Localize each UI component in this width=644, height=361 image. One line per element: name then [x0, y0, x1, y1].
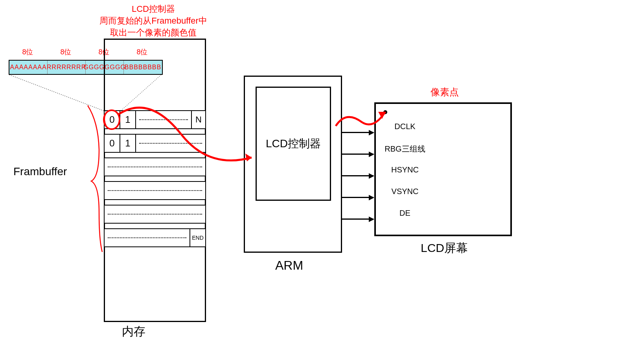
lcd-controller-text: LCD控制器 — [266, 136, 321, 151]
arrow-head-icon — [369, 152, 374, 157]
arrow-line-icon — [342, 218, 374, 220]
title-line1: LCD控制器 — [90, 3, 216, 15]
fb-cell-n: N — [191, 111, 205, 128]
fb-dots-icon — [108, 214, 202, 215]
arrow-line-icon — [342, 154, 374, 155]
signal-vsync — [342, 197, 374, 198]
signal-de — [342, 218, 374, 220]
framebuffer-label: Frambuffer — [13, 165, 67, 178]
lcd-controller-description: LCD控制器 周而复始的从Framebuffer中 取出一个像素的颜色值 — [90, 3, 216, 39]
arrow-line-icon — [342, 175, 374, 176]
fb-dots-icon — [139, 143, 202, 144]
fb-dots-icon — [139, 119, 188, 120]
framebuffer-row-4 — [104, 205, 206, 224]
arm-label: ARM — [275, 258, 303, 273]
framebuffer-row-2 — [104, 157, 206, 176]
fb-cell-1b: 1 — [120, 135, 136, 152]
bits-label-a: 8位 — [9, 47, 47, 57]
fb-dots-icon — [108, 237, 186, 238]
svg-line-0 — [9, 75, 109, 113]
fb-cell-0: 0 — [105, 111, 120, 128]
pixel-label: 像素点 — [431, 86, 459, 98]
lcd-controller-box: LCD控制器 — [256, 87, 331, 201]
byte-red: RRRRRRRR — [48, 61, 86, 74]
memory-box — [104, 39, 206, 322]
fb-cell-0b: 0 — [105, 135, 120, 152]
byte-alpha: AAAAAAAA — [9, 61, 48, 74]
lcd-screen-box — [374, 102, 512, 236]
memory-label: 内存 — [122, 324, 145, 340]
framebuffer-row-0: 0 1 N — [104, 110, 206, 129]
arrow-head-icon — [369, 130, 374, 135]
arrow-head-icon — [369, 195, 374, 200]
signal-hsync — [342, 175, 374, 176]
signal-dclk — [342, 132, 374, 133]
fb-dots-icon — [108, 190, 202, 191]
signal-rgb — [342, 154, 374, 155]
fb-dots-icon — [108, 167, 202, 167]
pixel-dot-icon — [383, 110, 387, 114]
bits-label-r: 8位 — [47, 47, 85, 57]
framebuffer-row-1: 0 1 — [104, 134, 206, 153]
lcd-screen-label: LCD屏幕 — [421, 240, 468, 256]
arrow-head-icon — [369, 173, 374, 179]
title-line3: 取出一个像素的颜色值 — [90, 27, 216, 39]
fb-end-cell: END — [190, 229, 205, 246]
framebuffer-row-end: END — [104, 228, 206, 247]
arrow-head-icon — [369, 217, 374, 222]
arrow-line-icon — [342, 197, 374, 198]
fb-cell-1: 1 — [120, 111, 136, 128]
arrow-line-icon — [342, 132, 374, 133]
framebuffer-row-3 — [104, 181, 206, 200]
title-line2: 周而复始的从Framebuffer中 — [90, 15, 216, 27]
